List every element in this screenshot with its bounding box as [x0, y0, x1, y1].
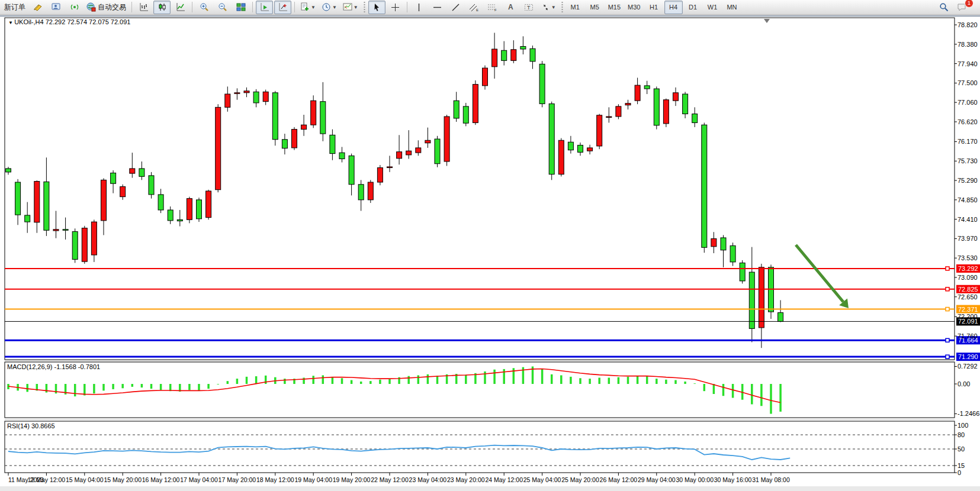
time-axis-label[interactable]: 30 May 00:00 [676, 476, 714, 483]
zoom-in-button[interactable] [195, 1, 213, 14]
time-axis-label[interactable]: 19 May 04:00 [294, 476, 332, 483]
timeframe-m1-button[interactable]: M1 [566, 1, 584, 14]
time-axis-label[interactable]: 12 May 12:00 [28, 476, 66, 483]
time-axis-label[interactable]: 17 May 20:00 [219, 476, 256, 483]
time-axis-label[interactable]: 24 May 12:00 [485, 476, 523, 483]
bull-candle-body [130, 169, 135, 173]
bear-candle-body [349, 156, 354, 184]
timeframe-w1-button[interactable]: W1 [703, 1, 722, 14]
price-axis-label[interactable]: 71.760 [957, 332, 978, 340]
bull-candle-body [483, 68, 488, 86]
price-axis-label[interactable]: 73.530 [957, 254, 978, 261]
hline-anchor-marker[interactable] [946, 308, 949, 311]
bull-candle-body [120, 186, 126, 196]
candle [292, 127, 297, 150]
bear-candle-body [435, 139, 440, 164]
price-axis-label[interactable]: 76.170 [957, 138, 978, 145]
label-tool[interactable]: T [520, 1, 538, 14]
time-axis-label[interactable]: 16 May 12:00 [142, 476, 180, 483]
hline-anchor-marker[interactable] [946, 267, 949, 270]
templates-button[interactable]: ▼ [340, 1, 361, 14]
price-axis-label[interactable]: 78.820 [957, 21, 978, 28]
market-book-icon[interactable] [29, 1, 46, 14]
horizontal-line-tool[interactable] [429, 1, 446, 14]
rsi-pane [5, 421, 955, 473]
timeframe-h4-button[interactable]: H4 [664, 1, 683, 14]
zoom-out-button[interactable] [214, 1, 231, 14]
vertical-line-tool[interactable] [410, 1, 428, 14]
terminal-button[interactable] [47, 1, 65, 14]
search-button[interactable] [935, 1, 952, 14]
crosshair-tool-button[interactable] [387, 1, 404, 14]
text-tool[interactable]: A [502, 1, 519, 14]
bull-candle-body [225, 94, 230, 107]
price-axis-label[interactable]: 75.730 [957, 157, 978, 164]
bear-candle-body [111, 173, 116, 183]
price-axis-label[interactable]: 74.850 [957, 196, 978, 203]
hline-anchor-marker[interactable] [946, 288, 949, 291]
time-axis-label[interactable]: 26 May 12:00 [600, 476, 638, 483]
bull-candle-body [301, 125, 307, 129]
price-axis-label[interactable]: 78.380 [957, 41, 978, 48]
timeframe-m30-button[interactable]: M30 [625, 1, 643, 14]
trendline-tool[interactable] [447, 1, 464, 14]
bull-candle-body [397, 152, 402, 159]
time-axis-label[interactable]: 31 May 08:00 [752, 476, 790, 483]
time-axis-label[interactable]: 29 May 04:00 [638, 476, 676, 483]
search-icon [939, 2, 949, 12]
time-axis-label[interactable]: 17 May 04:00 [180, 476, 218, 483]
price-axis-label[interactable]: 74.410 [957, 216, 978, 223]
price-axis-label[interactable]: 73.970 [957, 235, 978, 242]
shapes-tool[interactable]: ▼ [539, 1, 558, 14]
indicators-button[interactable]: ▼ [298, 1, 318, 14]
signals-button[interactable] [66, 1, 83, 14]
tile-windows-button[interactable] [232, 1, 249, 14]
periods-button[interactable]: ▼ [319, 1, 339, 14]
candlestick-mode-button[interactable] [153, 1, 171, 14]
time-axis-label[interactable]: 22 May 12:00 [371, 476, 409, 483]
time-axis-label[interactable]: 15 May 20:00 [104, 476, 142, 483]
autotrading-button[interactable]: 自动交易 [84, 1, 128, 14]
price-axis-label[interactable]: 72.200 [957, 313, 978, 320]
price-axis-label[interactable]: 77.940 [957, 60, 978, 67]
chart-canvas[interactable]: 73.29272.82572.37172.09171.66471.29078.8… [0, 15, 980, 491]
time-axis-label[interactable]: 19 May 20:00 [333, 476, 371, 483]
timeframe-m15-button[interactable]: M15 [605, 1, 624, 14]
notifications-button[interactable]: 1 [953, 1, 971, 14]
fibonacci-icon: F [487, 3, 497, 12]
cursor-tool-button[interactable] [368, 1, 385, 14]
price-axis-label[interactable]: 75.290 [957, 177, 978, 184]
price-axis-label[interactable]: 76.620 [957, 118, 978, 125]
bull-candle-body [492, 49, 497, 67]
time-axis-label[interactable]: 23 May 04:00 [409, 476, 447, 483]
channel-tool[interactable]: E [465, 1, 483, 14]
time-axis-label[interactable]: 30 May 16:00 [714, 476, 752, 483]
new-order-button[interactable]: 新订单 [2, 1, 28, 14]
timeframe-m5-button[interactable]: M5 [586, 1, 604, 14]
price-axis-label[interactable]: 72.650 [957, 293, 978, 301]
fibonacci-tool[interactable]: F [484, 1, 501, 14]
bear-candle-body [25, 215, 30, 222]
auto-scroll-button[interactable] [256, 1, 273, 14]
macd-pane [5, 362, 955, 418]
timeframe-h1-button[interactable]: H1 [645, 1, 663, 14]
price-axis-label[interactable]: 77.060 [957, 99, 978, 106]
price-axis-label[interactable]: 73.090 [957, 274, 978, 281]
timeframe-d1-button[interactable]: D1 [684, 1, 702, 14]
bull-candle-body [206, 191, 211, 218]
hline-anchor-marker[interactable] [946, 355, 949, 358]
bull-candle-body [416, 148, 421, 153]
chart-shift-button[interactable] [274, 1, 291, 14]
bar-chart-mode-button[interactable] [135, 1, 152, 14]
time-axis-label[interactable]: 23 May 20:00 [447, 476, 485, 483]
hline-price-label: 73.292 [958, 265, 978, 272]
time-axis-label[interactable]: 25 May 20:00 [561, 476, 599, 483]
time-axis-label[interactable]: 25 May 04:00 [523, 476, 561, 483]
hline-anchor-marker[interactable] [946, 338, 949, 342]
bear-candle-body [578, 145, 583, 152]
time-axis-label[interactable]: 18 May 12:00 [256, 476, 294, 483]
timeframe-mn-button[interactable]: MN [723, 1, 741, 14]
line-chart-mode-button[interactable] [172, 1, 189, 14]
time-axis-label[interactable]: 15 May 04:00 [66, 476, 104, 483]
price-axis-label[interactable]: 77.500 [957, 79, 978, 86]
